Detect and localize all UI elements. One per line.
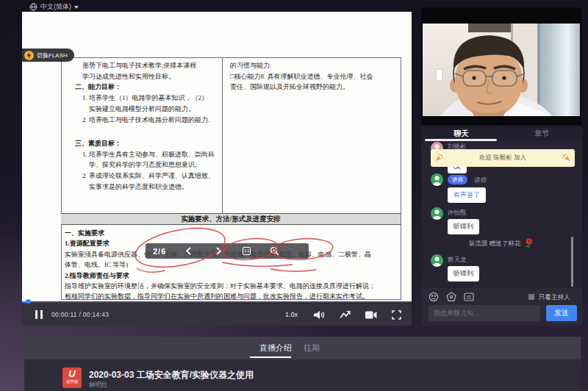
table-border [401,57,401,300]
party-popper-icon [562,151,570,165]
emoji-icon[interactable] [429,292,439,302]
brand-logo-text: 优学院 [62,380,82,384]
progress-bar[interactable] [22,301,412,303]
slide-text-line: 形势下电工与电子技术教学,使得本课程 [75,60,209,71]
chat-scrollbar[interactable] [571,237,573,294]
next-page-icon[interactable] [215,247,222,255]
only-host-checkbox[interactable] [528,294,534,300]
slide-text-line: 实事求是的科学态度和职业道德。 [75,182,215,193]
brand-logo: U 优学院 [62,367,82,388]
chat-bubble: 听得到 [448,219,479,234]
slide-text-line: 责任、国际观以及开拓全球视野的能力。 [230,82,373,93]
slide-section-header: 实施要求、方法/形式及进度安排 [61,213,401,225]
brand-logo-glyph: U [62,367,82,380]
tab-live-intro[interactable]: 直播介绍 [259,342,292,354]
course-title[interactable]: 2020-03-03 工场安全教育/实验仪器之使用 [89,369,254,381]
slide-text-line: 一、实施要求 [65,228,376,238]
avatar [431,173,443,186]
teacher-badge: 讲师 [448,175,467,184]
avatar [431,254,443,267]
zoom-in-icon[interactable] [270,246,279,256]
slide-document: 形势下电工与电子技术教学,使得本课程 学习达成先进性和实用性目标。 二、能力目标… [22,12,412,302]
fit-size-icon[interactable]: 1:1 [243,247,251,255]
only-host-label: 只看主持人 [539,293,570,302]
active-tab-underline [250,356,291,358]
prev-page-icon[interactable] [185,247,192,255]
switch-flash-button[interactable]: 切换FLASH [22,49,74,62]
language-label: 中文(简体) [40,2,71,12]
chevron-down-icon [74,6,79,9]
live-classroom-screen: 中文(简体) 形势下电工与电子技术教学,使得本课程 学习达成先进性和实用性目标。… [0,0,588,391]
chat-bubble: 有声音了 [448,187,486,203]
fullscreen-icon[interactable] [392,310,401,320]
course-instructor: 林明灶 [89,381,108,390]
pause-button[interactable] [35,310,43,319]
flower-emoji-icon [523,237,534,250]
slide-right-column: 的习惯与能力: □核心能力8. 具有理解职业道德、专业伦理、社会 责任、国际观以… [230,60,373,93]
active-tab-underline [425,139,497,141]
document-pager-toolbar: 2/6 1:1 [146,243,309,259]
slide-text-line: 三、素质目标： [75,138,215,149]
switch-flash-label: 切换FLASH [37,51,68,60]
welcome-text: 欢迎 陈毅彬 加入 [479,154,526,162]
send-button[interactable]: 发送 [546,305,577,321]
player-controls: 00:00:11 / 00:14:43 1.0x [22,304,412,326]
slide-text-line: 1. 培养学生具有主动参与、积极进取、崇尚科 [75,149,215,160]
notes-icon[interactable] [464,292,474,302]
party-popper-icon [435,151,443,165]
slide-text-line: 2. 培养电工与电子技术电路分析问题的能力. [75,115,209,126]
gift-notice: 翁浩源 赠送了鲜花 [421,237,582,250]
table-border [61,57,62,300]
page-indicator: 2/6 [153,247,166,256]
avatar [431,207,443,220]
slide-text-line: 二、能力目标： [75,82,209,93]
webcam-video [423,24,580,116]
gift-text: 翁浩源 赠送了鲜花 [469,240,520,248]
language-selector[interactable]: 中文(简体) [29,2,79,12]
tab-chapters[interactable]: 章节 [502,126,583,141]
chat-panel: 聊天 章节 刘晓彬 ok 欢迎 陈毅彬 加入 讲师 讲师 有声音了 [421,126,582,326]
chat-input-zone: 只看主持人 发送 [421,287,582,326]
table-border [61,57,401,58]
slide-left-column-2: 三、素质目标： 1. 培养学生具有主动参与、积极进取、崇尚科 学、探究科学的学习… [75,138,215,193]
slide-text-line: 的习惯与能力: [230,60,373,71]
line-switch-icon[interactable] [340,310,351,319]
welcome-banner: 欢迎 陈毅彬 加入 [431,149,575,167]
chat-message-input[interactable] [429,305,540,321]
chat-username: 蔡天龙 [448,256,467,265]
slide-text-line: 体管、电线、IC 等等) [65,259,376,270]
instructor-webcam [421,7,581,125]
slide-text-line: 指导维护实验室的环境整洁，并确保实验室的安全准则；对于实验基本要求、电路的连接及… [65,281,376,291]
slide-text-line: 学、探究科学的学习态度和思想意识; [75,159,215,171]
course-info-panel: U 优学院 2020-03-03 工场安全教育/实验仪器之使用 林明灶 [24,359,581,391]
time-display: 00:00:11 / 00:14:43 [51,311,109,318]
chat-bubble: 听得到 [448,266,479,281]
playback-speed-button[interactable]: 1.0x [285,311,298,318]
chat-username: 讲师 [474,176,487,185]
globe-icon [29,3,37,11]
slide-text-line: 2. 养成理论联系实际、科学严谨、认真细致、 [75,171,215,182]
slide-text-line: □核心能力8. 具有理解职业道德、专业伦理、社会 [230,71,373,82]
volume-icon[interactable] [314,310,325,320]
slide-text-line: 实验建立电路模型分析问题的能力。 [75,104,209,115]
slide-text-line: 2.指导教师责任与要求 [65,270,376,281]
flash-icon [24,51,34,60]
table-border [222,57,223,213]
chat-username: 许怡甄 [448,209,467,218]
slide-left-column: 形势下电工与电子技术教学,使得本课程 学习达成先进性和实用性目标。 二、能力目标… [75,60,209,125]
video-player: 形势下电工与电子技术教学,使得本课程 学习达成先进性和实用性目标。 二、能力目标… [22,12,412,326]
tab-past-sessions[interactable]: 往期 [304,342,320,354]
bottom-tab-bar: 直播介绍 往期 [24,337,581,359]
camera-icon[interactable] [365,311,377,319]
slide-body: 一、实施要求 1.资源配置要求 实验室须具备电源供应器、信号产生器、万用数字表、… [65,228,376,302]
slide-text-line: 学习达成先进性和实用性目标。 [75,71,209,82]
slide-text-line: 1. 培养学生（1）电路学的基本知识，（2） [75,93,209,104]
send-flower-icon[interactable] [446,292,456,302]
